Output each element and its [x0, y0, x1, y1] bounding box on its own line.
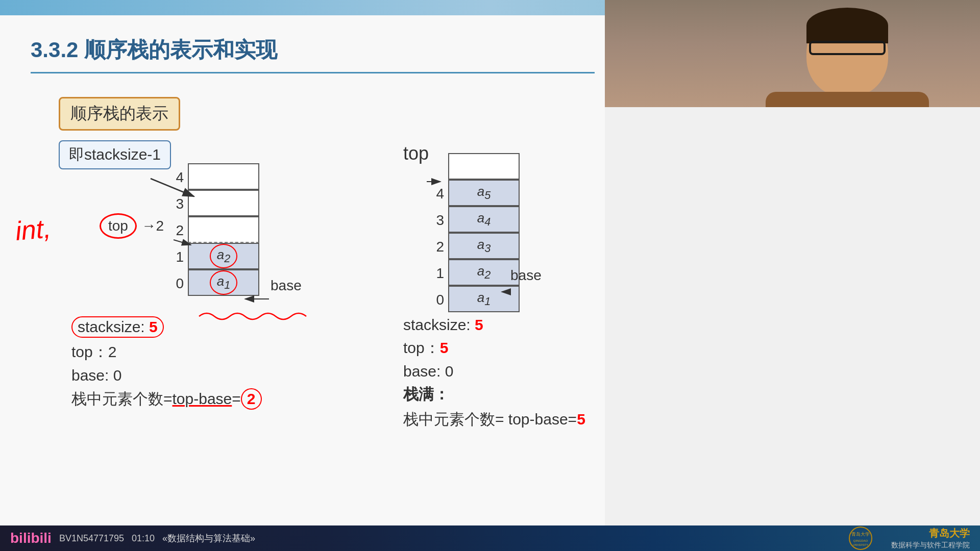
- slide-area: 3.3.2 顺序栈的表示和实现 顺序栈的表示 即stacksize-1 int,…: [0, 15, 605, 551]
- left-stack-cells: a2 a1: [188, 163, 259, 296]
- svg-text:青岛大学: 青岛大学: [851, 532, 870, 537]
- university-info: 青岛大学 QINGDAO UNIVERSITY 青岛大学 数据科学与软件工程学院: [840, 525, 970, 551]
- left-cell-0: a1: [188, 269, 259, 296]
- left-cell-4: [188, 163, 259, 190]
- webcam-person: [605, 0, 980, 107]
- webcam-area: [605, 0, 980, 107]
- left-cell-1: a2: [188, 243, 259, 269]
- right-base-stat: base: 0: [403, 363, 585, 380]
- university-text: 青岛大学 数据科学与软件工程学院: [891, 526, 970, 550]
- right-cell-2: a3: [448, 233, 520, 259]
- left-stack-indices: 4 3 2 1 0: [168, 163, 184, 297]
- index-4: 4: [168, 164, 184, 191]
- svg-text:UNIVERSITY: UNIVERSITY: [853, 543, 869, 546]
- right-cell-3: a4: [448, 206, 520, 233]
- right-cell-4: a5: [448, 180, 520, 206]
- right-cell-0: a1: [448, 286, 520, 312]
- slide-title: 3.3.2 顺序栈的表示和实现: [31, 36, 595, 73]
- left-stats: stacksize: 5 top：2 base: 0 栈中元素个数=top-ba…: [71, 316, 262, 410]
- right-top-label: top: [403, 143, 429, 164]
- right-empty-cell: [448, 153, 520, 180]
- stacksize-note-box: 即stacksize-1: [59, 140, 171, 169]
- university-logo-svg: 青岛大学 QINGDAO UNIVERSITY: [840, 525, 881, 551]
- left-stack-diagram: 4 3 2 1 0 a2 a1: [168, 163, 259, 297]
- section-label: 顺序栈的表示: [59, 97, 180, 131]
- right-stacksize-stat: stacksize: 5: [403, 316, 585, 334]
- right-base-label: base: [510, 267, 542, 284]
- int-annotation: int,: [14, 213, 52, 246]
- index-2: 2: [168, 217, 184, 244]
- bilibili-logo: bilibili: [10, 530, 52, 546]
- right-cell-1: a2: [448, 259, 520, 286]
- left-cell-3: [188, 190, 259, 216]
- right-top-stat: top：5: [403, 338, 585, 359]
- bottom-bar: bilibili BV1N54771795 01:10 «数据结构与算法基础» …: [0, 525, 980, 551]
- left-base-label: base: [271, 278, 302, 294]
- left-top-stat: top：2: [71, 342, 262, 363]
- book-title: «数据结构与算法基础»: [162, 532, 255, 544]
- index-0: 0: [168, 270, 184, 297]
- right-stack-container: 4 3 2 1 0 a5 a4 a3 a2 a1: [429, 180, 520, 313]
- top-circle-label: top →2: [100, 213, 164, 239]
- index-1: 1: [168, 244, 184, 270]
- right-stats: stacksize: 5 top：5 base: 0 栈满： 栈中元素个数= t…: [403, 316, 585, 430]
- right-count-stat: 栈中元素个数= top-base=5: [403, 409, 585, 430]
- svg-text:QINGDAO: QINGDAO: [853, 539, 868, 542]
- right-full-label: 栈满：: [403, 384, 585, 405]
- index-3: 3: [168, 191, 184, 217]
- right-stack-diagram: 4 3 2 1 0 a5 a4 a3 a2 a1: [429, 153, 520, 313]
- video-info: BV1N54771795 01:10: [59, 533, 155, 544]
- stacksize-note: 即stacksize-1: [69, 146, 161, 163]
- stacksize-circled: stacksize: 5: [71, 316, 164, 338]
- left-base-stat: base: 0: [71, 367, 262, 384]
- left-cell-2: [188, 216, 259, 243]
- left-count-stat: 栈中元素个数=top-base=2: [71, 388, 262, 410]
